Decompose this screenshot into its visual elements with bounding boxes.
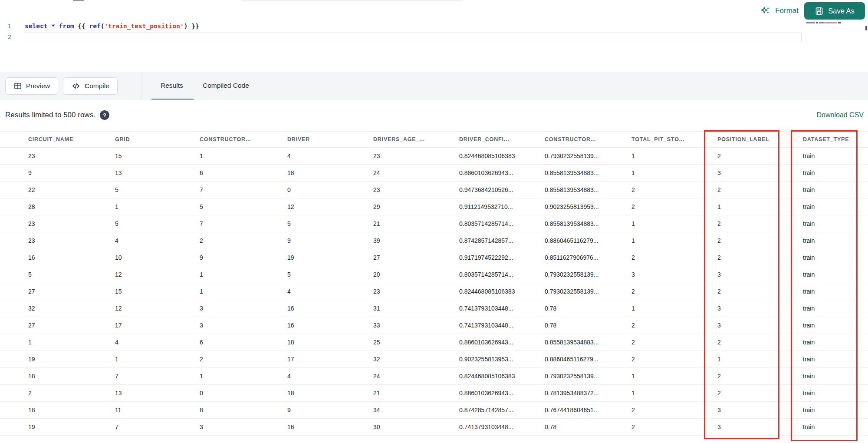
table-cell: train: [803, 407, 868, 413]
table-cell: 9: [287, 407, 373, 413]
table-row: 23575210.8035714285714...0.8558139534883…: [0, 215, 868, 232]
table-cell: 19: [28, 356, 115, 363]
table-cell: 23: [373, 152, 459, 159]
table-cell: 1: [717, 356, 803, 363]
table-row: 281512290.9112149532710...0.902325581395…: [0, 198, 868, 215]
table-cell: 12: [115, 305, 200, 312]
table-cell: 3: [717, 305, 803, 312]
table-cell: 5: [287, 220, 373, 227]
table-cell: 1: [631, 152, 717, 159]
table-cell: 10: [115, 254, 200, 261]
compile-button[interactable]: Compile: [63, 77, 118, 95]
table-cell: 2: [200, 237, 287, 244]
table-cell: 5: [115, 186, 200, 193]
table-cell: 15: [115, 152, 200, 159]
minimap-code-fragment: [806, 22, 815, 23]
table-cell: 2: [717, 152, 803, 159]
table-cell: 3: [717, 423, 803, 430]
table-cell: 0.78: [545, 423, 631, 430]
table-row: 18714240.8244680851063830.7930232558139.…: [0, 368, 868, 385]
table-cell: 13: [115, 169, 200, 176]
table-cell: 16: [287, 305, 373, 312]
table-cell: 3: [200, 305, 287, 312]
table-cell: 31: [373, 305, 459, 312]
format-button[interactable]: Format: [760, 3, 799, 18]
save-as-button[interactable]: Save As: [804, 2, 865, 20]
tab-compiled-code[interactable]: Compiled Code: [203, 72, 249, 99]
action-band: Preview Compile Results Compiled Code: [0, 72, 868, 100]
table-cell: 3: [717, 407, 803, 413]
table-cell: train: [803, 271, 868, 278]
compile-code-icon: [71, 81, 81, 91]
table-cell: 2: [717, 254, 803, 261]
column-header: DRIVERS_AGE_...: [373, 136, 459, 142]
table-cell: 0.8860103626943...: [459, 169, 545, 176]
table-cell: train: [803, 322, 868, 329]
editor-minimap[interactable]: [806, 22, 845, 23]
code-token-plain: ) }}: [184, 23, 199, 30]
table-cell: 16: [28, 254, 115, 261]
table-cell: 2: [717, 390, 803, 397]
table-cell: 0.9171974522292...: [459, 254, 545, 261]
table-cell: 1: [28, 339, 115, 346]
table-cell: 23: [28, 152, 115, 159]
table-cell: 2: [717, 220, 803, 227]
table-cell: 1: [200, 373, 287, 380]
column-header: DRIVER: [287, 136, 373, 142]
table-cell: 3: [717, 169, 803, 176]
download-csv-link[interactable]: Download CSV: [817, 111, 864, 119]
table-cell: 21: [373, 390, 459, 397]
table-cell: 25: [373, 339, 459, 346]
table-cell: train: [803, 339, 868, 346]
table-cell: 0.7413793103448...: [459, 305, 545, 312]
table-cell: 0.824468085106383: [459, 152, 545, 159]
table-cell: 4: [287, 152, 373, 159]
table-cell: 0.7674418604651...: [545, 407, 631, 413]
table-cell: 18: [287, 339, 373, 346]
format-button-label: Format: [775, 7, 799, 15]
table-cell: 1: [631, 169, 717, 176]
table-cell: 27: [373, 254, 459, 261]
table-cell: 24: [373, 169, 459, 176]
table-cell: 0.8035714285714...: [459, 220, 545, 227]
table-cell: 0.824468085106383: [459, 288, 545, 295]
table-cell: 0.8860103626943...: [459, 339, 545, 346]
table-cell: 0.8742857142857...: [459, 407, 545, 413]
column-header: TOTAL_PIT_STO...: [631, 136, 717, 142]
table-cell: train: [803, 356, 868, 363]
table-cell: 4: [115, 339, 200, 346]
table-cell: 0.7413793103448...: [459, 322, 545, 329]
table-row: 1610919270.9171974522292...0.85116279069…: [0, 249, 868, 266]
table-cell: 7: [115, 373, 200, 380]
table-cell: 1: [631, 305, 717, 312]
table-cell: 9: [200, 254, 287, 261]
table-cell: 0.7930232558139...: [545, 271, 631, 278]
table-cell: 0.8860465116279...: [545, 356, 631, 363]
table-row: 3212316310.7413793103448...0.7813train: [0, 300, 868, 317]
table-cell: 0.8558139534883...: [545, 220, 631, 227]
preview-button[interactable]: Preview: [5, 77, 58, 95]
table-cell: 0.8558139534883...: [545, 186, 631, 193]
code-line-1[interactable]: select * from {{ ref('train_test_positio…: [25, 23, 199, 30]
table-cell: 23: [373, 288, 459, 295]
table-row: 14618250.8860103626943...0.8558139534883…: [0, 334, 868, 351]
results-header: Results limited to 500 rows. ? Download …: [0, 100, 868, 131]
table-cell: 2: [631, 203, 717, 210]
table-cell: 3: [717, 271, 803, 278]
table-cell: 0.78: [545, 305, 631, 312]
active-line-highlight[interactable]: [25, 33, 802, 42]
tab-results[interactable]: Results: [161, 72, 183, 99]
table-cell: 13: [115, 390, 200, 397]
table-cell: 2: [631, 339, 717, 346]
table-cell: 12: [115, 271, 200, 278]
code-token-plain: *: [47, 23, 59, 30]
table-row: 22570230.9473684210526...0.8558139534883…: [0, 182, 868, 198]
table-cell: 27: [28, 288, 115, 295]
table-cell: 39: [373, 237, 459, 244]
table-cell: 22: [28, 186, 115, 193]
minimap-code-fragment: [819, 22, 825, 23]
help-icon[interactable]: ?: [100, 110, 109, 120]
table-cell: 1: [200, 152, 287, 159]
toolbar-divider: [0, 21, 804, 21]
table-cell: 0.9473684210526...: [459, 186, 545, 193]
